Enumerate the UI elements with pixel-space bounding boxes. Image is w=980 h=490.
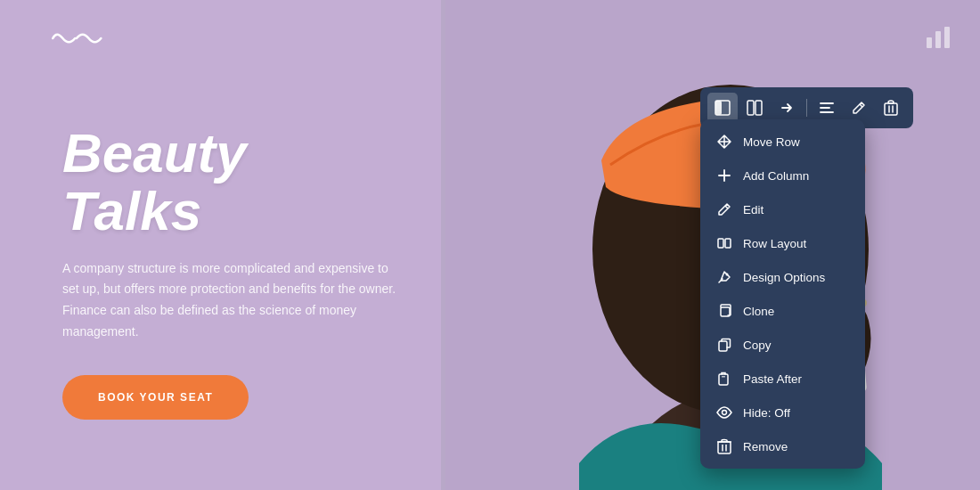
pencil-icon [852,101,866,115]
row-layout-label: Row Layout [743,237,806,250]
copy-label: Copy [743,339,772,352]
menu-item-clone[interactable]: Clone [700,294,865,328]
svg-rect-27 [718,239,723,248]
move-row-label: Move Row [743,135,800,149]
toolbar-align-btn[interactable] [812,93,842,123]
toolbar-row-btn[interactable] [707,93,738,123]
svg-rect-31 [719,341,727,351]
menu-item-copy[interactable]: Copy [700,328,865,362]
clone-icon [716,303,732,319]
menu-item-move-row[interactable]: Move Row [700,125,865,159]
paste-after-label: Paste After [743,372,802,386]
design-options-label: Design Options [743,271,825,284]
svg-rect-15 [715,101,722,115]
paste-icon [716,371,732,387]
add-column-label: Add Column [743,169,809,183]
page-wrapper: Beauty Talks A company structure is more… [0,0,980,490]
toolbar-col-btn[interactable] [739,93,770,123]
menu-item-hide[interactable]: Hide: Off [700,396,865,429]
arrow-right-icon [780,101,794,115]
trash-icon-toolbar [884,100,898,116]
svg-rect-17 [755,101,762,115]
svg-rect-13 [944,27,950,48]
svg-rect-35 [718,442,731,453]
menu-item-row-layout[interactable]: Row Layout [700,226,865,260]
toolbar-edit-btn[interactable] [844,93,874,123]
copy-icon [716,337,732,353]
logo-svg [49,25,102,52]
svg-rect-16 [747,101,754,115]
menu-item-paste-after[interactable]: Paste After [700,362,865,396]
move-icon [716,134,732,150]
hero-content: Beauty Talks A company structure is more… [0,17,463,472]
svg-rect-12 [935,31,941,48]
stats-icon[interactable] [925,25,953,53]
design-icon [716,269,732,285]
svg-rect-11 [927,37,932,48]
remove-label: Remove [743,440,788,453]
bar-chart-icon [925,25,953,50]
svg-rect-33 [722,376,725,378]
toolbar-delete-btn[interactable] [876,93,906,123]
eye-icon [716,404,732,421]
edit-label: Edit [743,203,764,216]
edit-pencil-icon [716,201,732,217]
logo [49,25,102,55]
clone-label: Clone [743,305,774,318]
svg-point-34 [723,411,727,415]
plus-icon [716,167,732,184]
svg-rect-28 [725,239,731,248]
row-layout-icon [716,235,732,251]
menu-item-add-column[interactable]: Add Column [700,159,865,192]
svg-rect-32 [719,374,728,385]
hide-label: Hide: Off [743,406,790,420]
menu-item-remove[interactable]: Remove [700,429,865,463]
row-icon [715,100,731,116]
menu-item-design-options[interactable]: Design Options [700,260,865,294]
toolbar-divider-1 [806,99,807,117]
toolbar-arrow-btn[interactable] [772,93,802,123]
svg-rect-21 [885,103,897,115]
menu-item-edit[interactable]: Edit [700,192,865,226]
svg-point-29 [726,274,729,276]
cta-button[interactable]: BOOK YOUR SEAT [62,375,249,420]
hero-title: Beauty Talks [62,124,401,240]
context-menu: Move Row Add Column Edit [700,119,865,469]
hero-subtitle: A company structure is more complicated … [62,258,401,343]
trash-icon [716,438,732,454]
columns-icon [747,100,763,116]
align-icon [819,100,835,116]
